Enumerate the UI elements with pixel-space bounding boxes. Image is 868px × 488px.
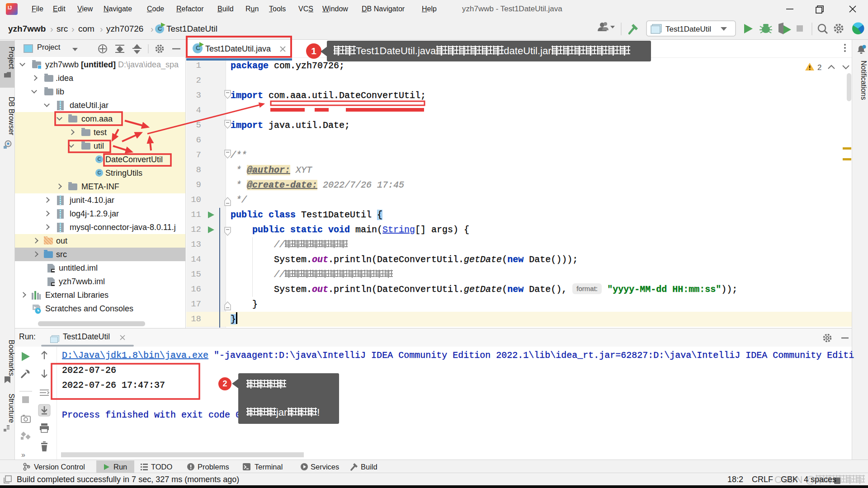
- svg-text:Test1DateUtil: Test1DateUtil: [665, 25, 711, 33]
- svg-text:2: 2: [817, 63, 821, 72]
- svg-text:»: »: [21, 451, 25, 459]
